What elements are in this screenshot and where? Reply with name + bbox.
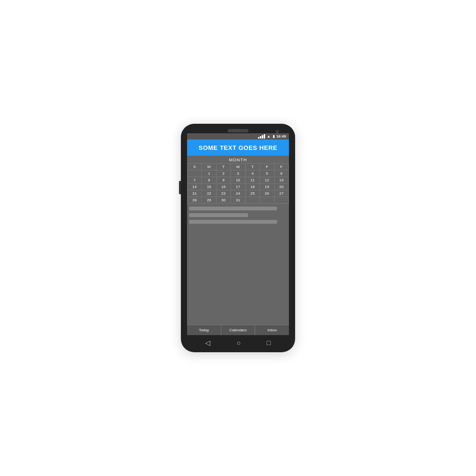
cal-cell[interactable]: 28 [188, 197, 202, 204]
calendar-week-2: 7 8 9 10 11 12 13 [188, 177, 289, 184]
calendar-week-5: 28 29 30 31 [188, 197, 289, 204]
cal-cell[interactable]: 17 [231, 184, 245, 190]
cal-cell[interactable]: 29 [202, 197, 216, 204]
calendar-week-4: 21 22 23 24 25 26 27 [188, 190, 289, 197]
cal-cell[interactable]: 20 [274, 184, 288, 190]
android-nav-bar: ◁ ○ □ [185, 335, 291, 348]
cal-cell[interactable]: 2 [216, 170, 230, 177]
app-header-title: SOME TEXT GOES HERE [198, 144, 278, 151]
home-button[interactable]: ○ [237, 339, 240, 347]
cal-cell[interactable]: 24 [231, 190, 245, 197]
phone-top-bar [185, 129, 291, 133]
cal-cell[interactable]: 8 [202, 177, 216, 184]
cal-cell[interactable]: 10 [231, 177, 245, 184]
cal-cell[interactable]: 25 [245, 190, 259, 197]
cal-cell[interactable]: 18 [245, 184, 259, 190]
content-area [187, 204, 289, 325]
phone-speaker [228, 129, 248, 132]
dow-sun: S [188, 164, 202, 170]
signal-bar-2 [260, 136, 261, 139]
cal-cell[interactable]: 16 [216, 184, 230, 190]
dow-thu: T [245, 164, 259, 170]
battery-icon: ▮ [273, 134, 275, 139]
signal-bar-3 [262, 135, 263, 139]
cal-cell[interactable]: 23 [216, 190, 230, 197]
cal-cell[interactable]: 3 [231, 170, 245, 177]
signal-bar-1 [258, 137, 259, 139]
cal-cell[interactable]: 26 [260, 190, 274, 197]
status-time: 16:49 [277, 134, 286, 139]
phone-screen: ▲ ▮ 16:49 SOME TEXT GOES HERE MONTH S M … [187, 133, 289, 335]
app-header: SOME TEXT GOES HERE [187, 139, 289, 156]
bottom-nav: Today Calendars Inbox [187, 325, 289, 335]
calendar-week-3: 14 15 16 17 18 19 20 [188, 184, 289, 190]
dow-fri: F [260, 164, 274, 170]
cal-cell[interactable]: 9 [216, 177, 230, 184]
recents-button[interactable]: □ [267, 339, 270, 347]
cal-cell[interactable]: 7 [188, 177, 202, 184]
cal-cell[interactable]: 4 [245, 170, 259, 177]
cal-cell[interactable]: 5 [260, 170, 274, 177]
cal-cell[interactable]: 21 [188, 190, 202, 197]
cal-cell[interactable]: 31 [231, 197, 245, 204]
cal-cell [260, 197, 274, 204]
cal-cell [274, 197, 288, 204]
content-line-2 [189, 213, 248, 217]
signal-bars [258, 134, 265, 139]
bottom-nav-inbox[interactable]: Inbox [255, 325, 289, 335]
side-button [179, 181, 181, 194]
cal-cell[interactable]: 1 [202, 170, 216, 177]
calendar-section: MONTH S M T W T F F 1 [187, 156, 289, 325]
cal-cell[interactable]: 14 [188, 184, 202, 190]
back-button[interactable]: ◁ [205, 339, 210, 347]
cal-cell[interactable]: 6 [274, 170, 288, 177]
month-label: MONTH [187, 156, 289, 163]
cal-cell[interactable]: 22 [202, 190, 216, 197]
content-line-3 [189, 220, 277, 224]
phone-mockup: ▲ ▮ 16:49 SOME TEXT GOES HERE MONTH S M … [181, 124, 295, 352]
cal-cell[interactable] [188, 170, 202, 177]
phone-camera [276, 130, 279, 133]
cal-cell[interactable]: 12 [260, 177, 274, 184]
cal-cell[interactable]: 30 [216, 197, 230, 204]
dow-mon: M [202, 164, 216, 170]
wifi-icon: ▲ [267, 134, 271, 139]
dow-tue: T [216, 164, 230, 170]
signal-bar-4 [264, 134, 265, 139]
calendar-week-1: 1 2 3 4 5 6 [188, 170, 289, 177]
cal-cell [245, 197, 259, 204]
cal-cell[interactable]: 11 [245, 177, 259, 184]
cal-cell[interactable]: 19 [260, 184, 274, 190]
bottom-nav-calendars[interactable]: Calendars [221, 325, 256, 335]
cal-cell[interactable]: 15 [202, 184, 216, 190]
dow-sat: F [274, 164, 288, 170]
cal-cell[interactable]: 27 [274, 190, 288, 197]
dow-wed: W [231, 164, 245, 170]
status-bar: ▲ ▮ 16:49 [187, 133, 289, 139]
bottom-nav-today[interactable]: Today [187, 325, 221, 335]
cal-cell[interactable]: 13 [274, 177, 288, 184]
content-line-1 [189, 207, 277, 210]
calendar-grid: S M T W T F F 1 2 3 4 [187, 163, 289, 204]
